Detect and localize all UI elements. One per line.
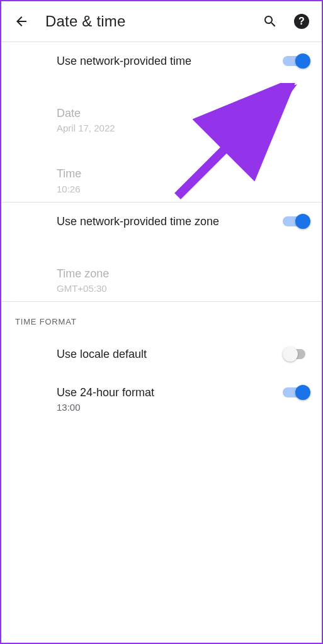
use-24h-setting[interactable]: Use 24-hour format 13:00 — [1, 374, 322, 424]
locale-default-toggle[interactable] — [283, 347, 308, 362]
locale-default-label: Use locale default — [57, 347, 283, 362]
locale-default-setting[interactable]: Use locale default — [1, 335, 322, 374]
network-time-setting[interactable]: Use network-provided time — [1, 42, 322, 80]
time-setting: Time 10:26 — [1, 158, 322, 201]
network-time-toggle[interactable] — [283, 53, 308, 69]
date-setting: Date April 17, 2022 — [1, 98, 322, 141]
app-header: Date & time ? — [1, 1, 322, 42]
date-value: April 17, 2022 — [57, 123, 308, 133]
use-24h-toggle[interactable] — [283, 385, 308, 400]
network-timezone-toggle[interactable] — [283, 214, 308, 229]
use-24h-value: 13:00 — [57, 402, 283, 413]
timezone-label: Time zone — [57, 266, 308, 282]
time-format-header: TIME FORMAT — [1, 302, 322, 335]
timezone-value: GMT+05:30 — [57, 283, 308, 294]
header-actions: ? — [263, 14, 309, 29]
search-icon[interactable] — [263, 14, 278, 29]
back-button[interactable] — [14, 14, 29, 29]
time-label: Time — [57, 166, 308, 182]
use-24h-label: Use 24-hour format — [57, 385, 283, 401]
page-title: Date & time — [45, 13, 246, 30]
network-timezone-label: Use network-provided time zone — [57, 214, 283, 230]
time-value: 10:26 — [57, 184, 308, 194]
help-icon[interactable]: ? — [294, 14, 309, 29]
timezone-setting: Time zone GMT+05:30 — [1, 258, 322, 301]
date-label: Date — [57, 106, 308, 121]
network-timezone-setting[interactable]: Use network-provided time zone — [1, 203, 322, 241]
network-time-label: Use network-provided time — [57, 53, 283, 69]
